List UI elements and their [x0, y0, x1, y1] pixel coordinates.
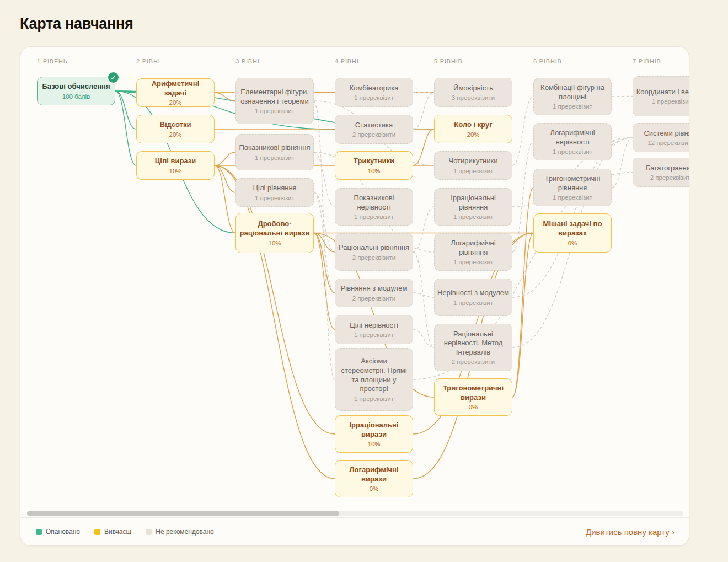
node-ratsionalni_neriv[interactable]: Раціональні нерівності. Метод Інтервалів…: [434, 324, 512, 371]
column-header-7: 7 РІВНІВ: [633, 58, 661, 65]
node-bazovi[interactable]: Базові обчислення100 балів✓: [37, 77, 115, 105]
node-irratsionalni_rivn[interactable]: Ірраціональні рівняння1 пререквізит: [434, 188, 512, 226]
node-rivn_modulem[interactable]: Рівняння з модулем2 пререквізити: [335, 279, 413, 307]
node-title: Рівняння з модулем: [341, 284, 408, 293]
node-chotyrykutnyky[interactable]: Чотирикутники1 пререквізит: [434, 151, 512, 180]
node-koordynaty[interactable]: Координати і вектори1 пререквізит: [633, 76, 689, 116]
node-irratsionalni_vyrazy[interactable]: Ірраціональні вирази10%: [335, 415, 413, 453]
legend: ОпанованоВивчаєшНе рекомендовано: [36, 528, 214, 536]
node-subtitle: 2 пререквізити: [650, 174, 689, 181]
node-title: Аксіоми стереометрії. Прямі та площини у…: [338, 357, 410, 394]
edge-ratsionalni_rivn-irratsionalni_rivn: [413, 207, 434, 252]
node-tsili_vyrazy[interactable]: Цілі вирази10%: [136, 151, 215, 180]
node-mishani[interactable]: Мішані задачі по виразах0%: [533, 213, 612, 253]
legend-swatch-icon: [146, 529, 152, 535]
edge-kombinatsii_fig-koordynaty: [612, 97, 633, 97]
edge-statystyka-imovirnist: [413, 93, 434, 130]
node-neriv_modulem[interactable]: Нерівності з модулем1 пререквізит: [434, 279, 512, 316]
horizontal-scrollbar[interactable]: [27, 511, 683, 516]
node-subtitle: 1 пререквізит: [255, 154, 295, 161]
legend-item-1: Опановано: [36, 528, 80, 536]
node-title: Показникові нерівності: [338, 194, 410, 212]
node-title: Мішані задачі по виразах: [537, 220, 608, 238]
column-header-1: 1 РІВЕНЬ: [37, 58, 68, 65]
node-ratsionalni_rivn[interactable]: Раціональні рівняння2 пререквізити: [335, 233, 413, 271]
edge-ratsionalni_rivn-ratsionalni_neriv: [413, 252, 434, 347]
node-kombinatoryka[interactable]: Комбінаторика1 пререквізит: [335, 78, 413, 107]
node-subtitle: 1 пререквізит: [453, 259, 493, 265]
node-pokaznykovi_neriv[interactable]: Показникові нерівності1 пререквізит: [335, 188, 413, 226]
node-title: Ірраціональні рівняння: [437, 194, 509, 212]
node-logarifmichni_vyrazy[interactable]: Логарифмічні вирази0%: [335, 460, 413, 497]
node-subtitle: 1 пререквізит: [453, 213, 493, 220]
node-title: Системи рівнянь: [644, 129, 689, 138]
node-title: Логарифмічні вирази: [338, 465, 410, 484]
node-elem_fig[interactable]: Елементарні фігури, означення і теореми1…: [235, 78, 314, 124]
node-title: Цілі нерівності: [350, 321, 398, 330]
node-tsili_rivn[interactable]: Цілі рівняння1 пререквізит: [235, 178, 314, 207]
node-title: Арифметичні задачі: [140, 79, 211, 98]
node-subtitle: 2 пререквізити: [352, 295, 395, 302]
node-subtitle: 20%: [467, 131, 479, 138]
node-title: Відсотки: [160, 120, 191, 130]
node-title: Чотирикутники: [449, 157, 498, 166]
legend-item-2: Вивчаєш: [94, 528, 131, 536]
node-bagatogranyky[interactable]: Багатогранники2 пререквізити: [633, 158, 689, 187]
node-subtitle: 12 пререквізитів: [647, 140, 689, 146]
scrollbar-thumb[interactable]: [27, 511, 339, 516]
node-title: Цілі рівняння: [253, 184, 296, 193]
node-subtitle: 0%: [370, 485, 379, 492]
node-trykutnyky[interactable]: Трикутники10%: [335, 151, 413, 180]
legend-swatch-icon: [36, 529, 42, 535]
node-title: Ірраціональні вирази: [338, 421, 410, 439]
node-logarifmichni_neriv[interactable]: Логарифмічні нерівності1 пререквізит: [533, 123, 612, 160]
node-subtitle: 100 балів: [62, 93, 90, 100]
node-title: Логарифмічні рівняння: [437, 239, 509, 257]
edge-trygonometrychni_vyrazy-mishani: [512, 233, 533, 398]
node-trygonometrychni_rivn[interactable]: Тригонометричні рівняння1 пререквізит: [533, 169, 612, 206]
edge-tsili_vyrazy-tsili_rivn: [215, 165, 235, 192]
node-systemy[interactable]: Системи рівнянь12 пререквізитів: [633, 123, 689, 152]
node-vidsotky[interactable]: Відсотки20%: [136, 115, 215, 143]
node-kolo[interactable]: Коло і круг20%: [434, 115, 512, 143]
node-subtitle: 1 пререквізит: [354, 94, 394, 101]
node-subtitle: 20%: [169, 99, 181, 106]
node-title: Ймовірність: [453, 84, 493, 93]
map-viewport[interactable]: 1 РІВЕНЬ2 РІВНІ3 РІВНІ4 РІВНІ5 РІВНІВ6 Р…: [20, 47, 689, 518]
node-pokaznykovi_rivn[interactable]: Показникові рівняння1 пререквізит: [235, 134, 314, 170]
edge-trykutnyky-kolo: [413, 129, 434, 165]
node-logarifmichni_rivn[interactable]: Логарифмічні рівняння1 пререквізит: [434, 233, 512, 271]
node-title: Раціональні нерівності. Метод Інтервалів: [437, 330, 509, 357]
edge-pokaznykovi_rivn-pokaznykovi_neriv: [314, 152, 335, 207]
node-drobovo[interactable]: Дробово-раціональні вирази10%: [235, 213, 314, 253]
column-header-3: 3 РІВНІ: [235, 58, 260, 65]
node-aksiomy[interactable]: Аксіоми стереометрії. Прямі та площини у…: [335, 348, 413, 411]
node-imovirnist[interactable]: Ймовірність3 пререквізити: [434, 78, 512, 107]
legend-item-3: Не рекомендовано: [146, 528, 214, 536]
node-title: Раціональні рівняння: [339, 243, 409, 253]
node-title: Нерівності з модулем: [437, 288, 509, 298]
node-trygonometrychni_vyrazy[interactable]: Тригонометричні вирази0%: [434, 378, 512, 416]
node-title: Цілі вирази: [155, 157, 196, 166]
node-subtitle: 1 пререквізит: [255, 195, 295, 201]
node-subtitle: 1 пререквізит: [553, 194, 592, 201]
node-title: Координати і вектори: [636, 88, 689, 97]
full-map-link[interactable]: Дивитись повну карту ›: [586, 527, 675, 537]
node-kombinatsii_fig[interactable]: Комбінації фігур на площині1 пререквізит: [533, 78, 612, 115]
node-title: Дробово-раціональні вирази: [239, 220, 311, 238]
node-arif[interactable]: Арифметичні задачі20%: [136, 78, 215, 107]
legend-label: Опановано: [46, 528, 80, 536]
node-subtitle: 1 пререквізит: [255, 108, 295, 114]
node-tsili_neriv[interactable]: Цілі нерівності1 пререквізит: [335, 315, 413, 344]
node-title: Багатогранники: [646, 164, 689, 173]
node-subtitle: 2 пререквізити: [352, 131, 395, 138]
node-title: Комбінаторика: [350, 84, 399, 93]
check-badge-icon: ✓: [107, 71, 120, 84]
node-statystyka[interactable]: Статистика2 пререквізити: [335, 115, 413, 144]
node-subtitle: 1 пререквізит: [354, 331, 394, 338]
legend-label: Не рекомендовано: [156, 528, 214, 536]
node-subtitle: 1 пререквізит: [453, 299, 493, 306]
node-subtitle: 0%: [568, 240, 577, 247]
node-subtitle: 10%: [268, 240, 281, 247]
node-subtitle: 1 пререквізит: [652, 98, 689, 105]
